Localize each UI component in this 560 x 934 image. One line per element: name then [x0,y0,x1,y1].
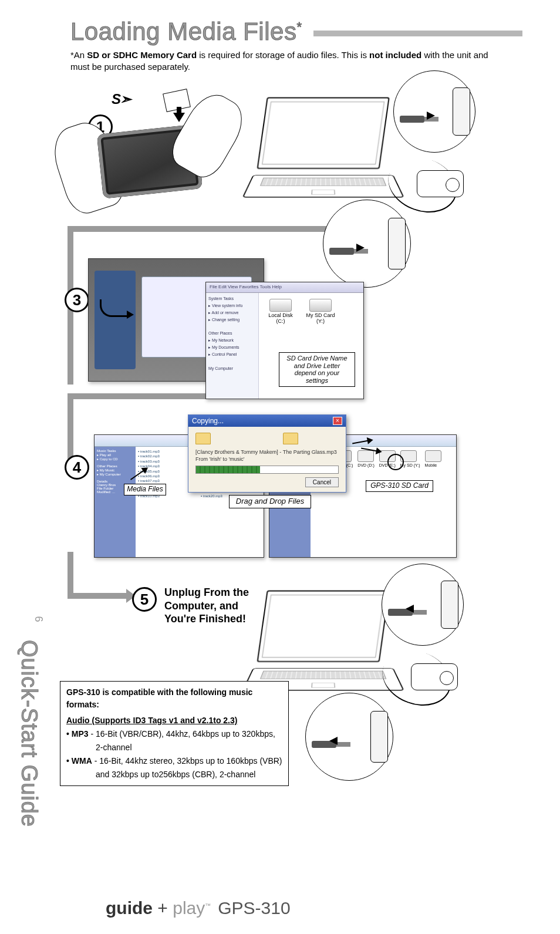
drive-icon: DVD (D:) [357,450,374,554]
requirement-note: *An SD or SDHC Memory Card is required f… [70,49,505,73]
copy-filename: [Clancy Brothers & Tommy Makem] - The Pa… [195,449,339,455]
formats-box: GPS-310 is compatible with the following… [60,681,289,786]
insert-arrow-icon [173,113,185,122]
page-number: 6 [32,616,45,622]
flow-line [68,593,132,599]
copy-fromto: From 'Irish' to 'music' [195,456,339,462]
step5-instruction: Unplug From the Computer, and You're Fin… [164,586,270,626]
sd-drive-callout: SD Card Drive Name and Drive Letter depe… [279,352,355,387]
laptop-illustration [262,97,399,205]
folder-icon [283,433,298,444]
media-files-callout: Media Files [124,484,166,495]
formats-heading: GPS-310 is compatible with the following… [66,686,282,711]
page-title: Loading Media Files* [70,18,302,46]
sd-drive-icon: My SD (Y:) [400,450,420,554]
step-badge-5: 5 [132,587,157,612]
copy-dialog: Copying...× [Clancy Brothers & Tommy Mak… [188,414,346,493]
plug-detail-bubble [323,200,411,288]
gps-device-icon [417,170,464,197]
highlight-circle-icon [387,454,404,470]
step-badge-4: 4 [65,455,89,480]
plug-detail-bubble [393,70,475,153]
gps-sd-callout: GPS-310 SD Card [366,480,433,492]
pointer-arrow-icon [100,299,129,317]
unplug-detail-bubble [382,564,464,646]
gps-device-icon [411,663,458,690]
insert-sd-illustration [65,100,235,217]
formats-subheading: Audio (Supports ID3 Tags v1 and v2.1to 2… [66,714,282,727]
close-icon[interactable]: × [333,417,342,425]
step-badge-3: 3 [65,288,89,312]
drive-icon: Mobile [425,450,441,554]
guide-side-label: Quick-Start Guide [16,640,42,827]
folder-icon [195,433,211,444]
footer-brand: guide + play™GPS-310 [106,898,291,918]
progress-bar [195,466,339,474]
flow-line [68,552,73,599]
title-rule [313,31,522,36]
explorer-sidebar: System Tasks▸ View system info▸ Add or r… [206,293,259,399]
unplug-detail-bubble [305,693,393,781]
window-menubar: File Edit View Favorites Tools Help [206,282,363,293]
drag-drop-callout: Drag and Drop Files [229,495,311,508]
copy-dialog-title: Copying... [192,417,224,425]
cancel-button[interactable]: Cancel [305,477,339,487]
